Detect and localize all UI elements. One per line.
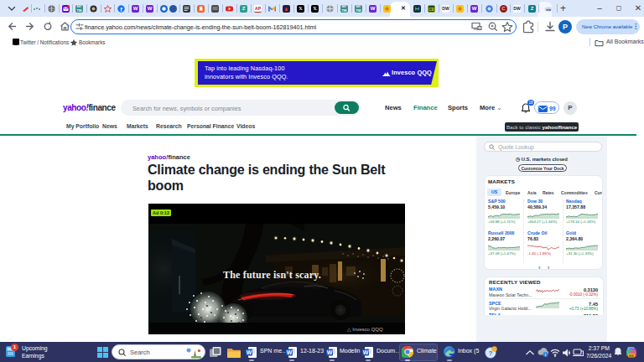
svg-text:eia: eia: [546, 7, 551, 11]
svg-text:i: i: [545, 352, 546, 357]
svg-text:W: W: [247, 349, 252, 355]
svg-text:W: W: [287, 349, 293, 355]
svg-text:BB: BB: [629, 354, 634, 358]
svg-text:?: ?: [489, 349, 493, 357]
svg-text:W: W: [327, 349, 333, 355]
svg-text:W: W: [363, 349, 369, 355]
